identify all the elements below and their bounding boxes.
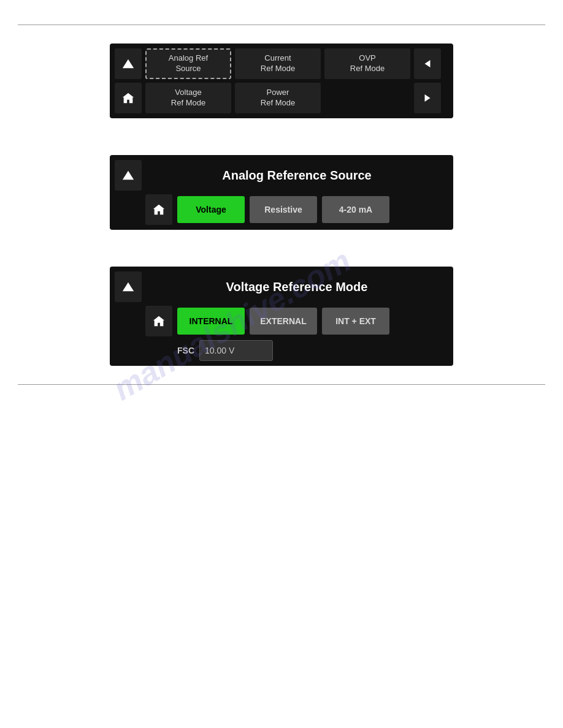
voltage-title: Voltage Reference Mode [145, 275, 448, 299]
empty-nav-button [324, 83, 410, 113]
svg-marker-2 [123, 93, 134, 104]
svg-marker-6 [123, 282, 134, 292]
navigation-panel: Analog Ref Source Current Ref Mode OVP R… [110, 44, 453, 118]
voltage-option-button[interactable]: Voltage [177, 196, 245, 223]
analog-reference-panel: Analog Reference Source Voltage Resistiv… [110, 155, 453, 230]
ovp-ref-mode-button[interactable]: OVP Ref Mode [324, 48, 410, 79]
analog-home-button[interactable] [145, 194, 172, 225]
analog-ref-source-button[interactable]: Analog Ref Source [145, 48, 231, 79]
svg-marker-5 [153, 205, 164, 215]
svg-marker-0 [123, 59, 134, 69]
voltage-title-row: Voltage Reference Mode [115, 271, 448, 302]
bottom-divider [18, 384, 545, 385]
up-arrow-button[interactable] [115, 48, 142, 79]
analog-title-row: Analog Reference Source [115, 160, 448, 191]
external-option-button[interactable]: EXTERNAL [250, 308, 317, 335]
analog-options-row: Voltage Resistive 4-20 mA [115, 194, 448, 225]
voltage-options-row: INTERNAL EXTERNAL INT + EXT [115, 306, 448, 336]
4-20ma-option-button[interactable]: 4-20 mA [322, 196, 389, 223]
current-ref-mode-button[interactable]: Current Ref Mode [235, 48, 321, 79]
page-container: Analog Ref Source Current Ref Mode OVP R… [0, 0, 563, 728]
top-divider [18, 25, 545, 25]
nav-row-1: Analog Ref Source Current Ref Mode OVP R… [115, 48, 448, 79]
fsc-row: FSC [115, 340, 448, 361]
fsc-label: FSC [177, 346, 194, 355]
internal-option-button[interactable]: INTERNAL [177, 308, 245, 335]
voltage-up-button[interactable] [115, 271, 142, 302]
resistive-option-button[interactable]: Resistive [250, 196, 317, 223]
voltage-ref-mode-button[interactable]: Voltage Ref Mode [145, 83, 231, 113]
svg-marker-4 [123, 171, 134, 180]
nav-row-2: Voltage Ref Mode Power Ref Mode [115, 83, 448, 113]
power-ref-mode-button[interactable]: Power Ref Mode [235, 83, 321, 113]
svg-marker-3 [425, 94, 431, 102]
voltage-reference-panel: Voltage Reference Mode INTERNAL EXTERNAL… [110, 267, 453, 366]
analog-up-button[interactable] [115, 160, 142, 191]
svg-marker-1 [425, 60, 431, 67]
fsc-input[interactable] [199, 340, 273, 361]
int-ext-option-button[interactable]: INT + EXT [322, 308, 389, 335]
analog-title: Analog Reference Source [145, 164, 448, 188]
right-arrow-prev-button[interactable] [414, 48, 441, 79]
right-arrow-next-button[interactable] [414, 83, 441, 113]
svg-marker-7 [153, 316, 164, 327]
home-button[interactable] [115, 83, 142, 113]
voltage-home-button[interactable] [145, 306, 172, 336]
